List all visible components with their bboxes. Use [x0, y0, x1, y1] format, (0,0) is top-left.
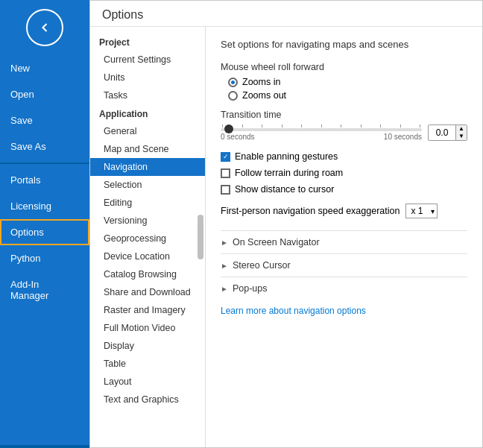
- sidebar-item-licensing[interactable]: Licensing: [0, 193, 89, 219]
- sidebar: New Open Save Save As Portals Licensing …: [0, 0, 89, 448]
- options-item-text-graphics[interactable]: Text and Graphics: [90, 391, 205, 408]
- tick: [400, 124, 401, 127]
- slider-min-label: 0 seconds: [221, 133, 255, 141]
- radio-zooms-out[interactable]: Zooms out: [228, 90, 467, 101]
- tick: [420, 124, 420, 127]
- radio-zooms-in-circle: [228, 78, 238, 87]
- options-item-table[interactable]: Table: [90, 355, 205, 373]
- options-item-geoprocessing[interactable]: Geoprocessing: [90, 230, 205, 247]
- tick: [222, 124, 223, 127]
- tick: [341, 124, 341, 127]
- tick: [361, 124, 362, 127]
- speed-select-wrapper[interactable]: x 1 x 2 x 4 x 8: [405, 204, 438, 218]
- radio-group: Zooms in Zooms out: [228, 77, 467, 101]
- speed-row: First-person navigation speed exaggerati…: [221, 204, 467, 218]
- tick: [380, 124, 381, 127]
- options-item-raster-imagery[interactable]: Raster and Imagery: [90, 301, 205, 319]
- options-item-device-location[interactable]: Device Location: [90, 247, 205, 265]
- options-item-editing[interactable]: Editing: [90, 194, 205, 212]
- options-item-current-settings[interactable]: Current Settings: [90, 51, 205, 69]
- sidebar-item-save[interactable]: Save: [0, 107, 89, 133]
- options-item-map-scene[interactable]: Map and Scene: [90, 140, 205, 158]
- options-header: Options: [90, 1, 482, 27]
- options-item-navigation[interactable]: Navigation: [90, 158, 205, 176]
- transition-section: Transition time: [221, 110, 467, 141]
- value-spinners: ▲ ▼: [455, 125, 467, 140]
- checkbox-panning[interactable]: Enable panning gestures: [221, 151, 467, 162]
- checkbox-distance-box: [221, 185, 230, 195]
- radio-zooms-in-label: Zooms in: [242, 77, 280, 87]
- checkbox-terrain-box: [221, 168, 230, 178]
- radio-zooms-out-label: Zooms out: [242, 90, 286, 101]
- spinner-up-button[interactable]: ▲: [456, 125, 467, 133]
- section-label-project: Project: [90, 33, 205, 51]
- slider-ticks: [221, 124, 422, 127]
- options-item-versioning[interactable]: Versioning: [90, 212, 205, 230]
- speed-label: First-person navigation speed exaggerati…: [221, 206, 400, 216]
- expandable-on-screen[interactable]: ► On Screen Navigator: [221, 230, 467, 253]
- sidebar-item-python[interactable]: Python: [0, 245, 89, 271]
- tick: [321, 124, 322, 127]
- slider-container: 0 seconds 10 seconds: [221, 124, 422, 141]
- expandable-stereo[interactable]: ► Stereo Cursor: [221, 253, 467, 277]
- tick: [301, 124, 302, 127]
- sidebar-nav: New Open Save Save As Portals Licensing …: [0, 52, 89, 312]
- slider-value-input[interactable]: [429, 126, 455, 139]
- radio-zooms-out-circle: [228, 91, 238, 101]
- chevron-right-icon-2: ►: [221, 262, 228, 270]
- mouse-wheel-label: Mouse wheel roll forward: [221, 62, 467, 72]
- expandable-popups[interactable]: ► Pop-ups: [221, 277, 467, 300]
- options-item-display[interactable]: Display: [90, 337, 205, 355]
- options-item-tasks[interactable]: Tasks: [90, 86, 205, 104]
- radio-zooms-in[interactable]: Zooms in: [228, 77, 467, 87]
- settings-panel: Set options for navigating maps and scen…: [206, 27, 482, 447]
- speed-select[interactable]: x 1 x 2 x 4 x 8: [405, 204, 438, 218]
- checkbox-panning-box: [221, 152, 230, 162]
- mouse-wheel-group: Mouse wheel roll forward Zooms in Zooms …: [221, 62, 467, 101]
- transition-label: Transition time: [221, 110, 467, 120]
- content-body: Project Current Settings Units Tasks App…: [90, 27, 482, 447]
- expandable-popups-label: Pop-ups: [233, 283, 268, 294]
- slider-row: 0 seconds 10 seconds ▲ ▼: [221, 124, 467, 141]
- sidebar-item-save-as[interactable]: Save As: [0, 133, 89, 160]
- scrollbar-thumb[interactable]: [198, 215, 203, 259]
- checkbox-panning-label: Enable panning gestures: [235, 151, 338, 162]
- options-item-full-motion-video[interactable]: Full Motion Video: [90, 319, 205, 337]
- sidebar-item-addin[interactable]: Add-In Manager: [0, 271, 89, 309]
- value-input[interactable]: ▲ ▼: [428, 124, 467, 141]
- spinner-down-button[interactable]: ▼: [456, 133, 467, 140]
- options-item-catalog-browsing[interactable]: Catalog Browsing: [90, 265, 205, 283]
- expandable-stereo-label: Stereo Cursor: [233, 260, 291, 271]
- sidebar-item-new[interactable]: New: [0, 55, 89, 81]
- checkbox-terrain-label: Follow terrain during roam: [235, 168, 343, 178]
- back-button[interactable]: [26, 9, 63, 46]
- sidebar-item-open[interactable]: Open: [0, 81, 89, 107]
- expandable-on-screen-label: On Screen Navigator: [233, 237, 320, 247]
- tick: [262, 124, 262, 127]
- options-item-layout[interactable]: Layout: [90, 373, 205, 391]
- tick: [242, 124, 243, 127]
- slider-labels: 0 seconds 10 seconds: [221, 133, 422, 141]
- settings-title: Set options for navigating maps and scen…: [221, 39, 467, 50]
- options-item-selection[interactable]: Selection: [90, 176, 205, 194]
- chevron-right-icon-3: ►: [221, 285, 228, 293]
- sidebar-item-portals[interactable]: Portals: [0, 167, 89, 193]
- checkbox-terrain[interactable]: Follow terrain during roam: [221, 168, 467, 178]
- learn-more-link[interactable]: Learn more about navigation options: [221, 306, 366, 316]
- sidebar-item-options[interactable]: Options: [0, 219, 89, 245]
- options-panel: Project Current Settings Units Tasks App…: [90, 27, 206, 447]
- checkboxes-group: Enable panning gestures Follow terrain d…: [221, 151, 467, 195]
- slider-max-label: 10 seconds: [384, 133, 422, 141]
- section-label-application: Application: [90, 104, 205, 122]
- sidebar-divider: [0, 163, 89, 164]
- slider-track[interactable]: [221, 128, 422, 131]
- sidebar-bottom: [0, 445, 89, 448]
- tick: [282, 124, 282, 127]
- main-content: Options Project Current Settings Units T…: [89, 0, 483, 448]
- checkbox-distance-label: Show distance to cursor: [235, 184, 334, 195]
- chevron-right-icon: ►: [221, 239, 228, 247]
- checkbox-distance[interactable]: Show distance to cursor: [221, 184, 467, 195]
- options-item-general[interactable]: General: [90, 122, 205, 140]
- options-item-units[interactable]: Units: [90, 69, 205, 86]
- options-item-share-download[interactable]: Share and Download: [90, 283, 205, 301]
